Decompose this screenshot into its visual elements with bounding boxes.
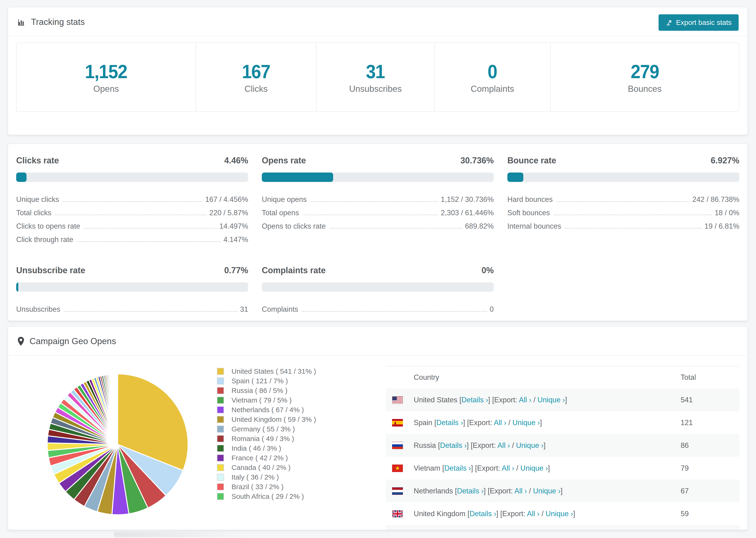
details-link[interactable]: Details ›	[457, 487, 484, 495]
export-unique-link[interactable]: Unique ›	[512, 418, 540, 427]
geo-table-row-united-kingdom: United Kingdom [Details ›] [Export: All …	[386, 502, 739, 525]
geo-opens-pie-chart[interactable]	[44, 365, 192, 520]
export-all-link[interactable]: All ›	[514, 487, 527, 495]
flag-cell	[386, 396, 414, 404]
export-unique-link[interactable]: Unique ›	[537, 396, 565, 404]
pie-slice-other-60[interactable]	[117, 374, 118, 444]
export-unique-link[interactable]: Unique ›	[546, 510, 573, 518]
country-name: United States	[414, 396, 458, 404]
rate-row-internal-bounces: Internal bounces19 / 6.81%	[507, 217, 739, 231]
export-all-link[interactable]: All ›	[498, 441, 510, 450]
rate-row-value: 2,303 / 61.446%	[441, 209, 494, 217]
dotted-leader	[557, 201, 689, 202]
legend-label: Netherlands ( 67 / 4% )	[232, 406, 304, 414]
country-cell: Netherlands [Details ›] [Export: All › /…	[414, 487, 681, 495]
rate-title: Clicks rate	[16, 156, 59, 166]
flag-ru-icon	[392, 442, 403, 449]
legend-item-romania: Romania ( 49 / 3% )	[217, 434, 386, 443]
rate-head-clicks-rate: Clicks rate4.46%	[16, 156, 248, 166]
export-all-link[interactable]: All ›	[494, 418, 506, 427]
legend-swatch	[217, 464, 224, 471]
tracking-stats-title: Tracking stats	[31, 17, 85, 27]
clicks-label: Clicks	[244, 84, 268, 94]
rate-row-unique-clicks: Unique clicks167 / 4.456%	[16, 190, 248, 204]
complaints-count: 0	[488, 61, 497, 82]
rate-section-unsubscribe-rate: Unsubscribe rate0.77%Unsubscribes31	[16, 265, 248, 314]
geo-table-row-netherlands: Netherlands [Details ›] [Export: All › /…	[386, 480, 739, 502]
dotted-leader	[565, 228, 702, 229]
export-basic-stats-button[interactable]: Export basic stats	[659, 14, 739, 31]
rate-row-value: 167 / 4.456%	[205, 195, 248, 204]
flag-vn-icon: ★	[392, 464, 403, 472]
rate-section-bounce-rate: Bounce rate6.927%Hard bounces242 / 86.73…	[507, 156, 739, 244]
rate-row-label: Click through rate	[16, 236, 73, 244]
rate-head-complaints-rate: Complaints rate0%	[262, 265, 494, 275]
details-link[interactable]: Details ›	[461, 396, 488, 404]
dotted-leader	[302, 311, 487, 312]
rate-row-label: Internal bounces	[507, 222, 561, 231]
legend-item-netherlands: Netherlands ( 67 / 4% )	[217, 405, 386, 414]
legend-swatch	[217, 426, 224, 433]
details-link[interactable]: Details ›	[436, 418, 463, 427]
flag-gb-icon	[392, 510, 403, 517]
export-unique-link[interactable]: Unique ›	[520, 464, 548, 472]
geo-table-header-row: CountryTotal	[386, 366, 739, 389]
geo-opens-table: CountryTotalUnited States [Details ›] [E…	[386, 366, 739, 530]
unsubscribes-count: 31	[366, 61, 385, 82]
total-cell: 121	[681, 418, 739, 427]
stat-complaints: 0 Complaints	[435, 43, 551, 112]
rate-row-complaints: Complaints0	[262, 300, 494, 314]
legend-item-south-africa: South Africa ( 29 / 2% )	[217, 492, 386, 501]
export-all-link[interactable]: All ›	[519, 396, 531, 404]
country-name: Russia	[414, 441, 436, 450]
rate-row-total-opens: Total opens2,303 / 61.446%	[262, 204, 494, 217]
rate-rows: Unique clicks167 / 4.456%Total clicks220…	[16, 190, 248, 244]
rate-row-label: Total clicks	[16, 209, 51, 217]
legend-label: Vietnam ( 79 / 5% )	[232, 396, 292, 404]
complaints-label: Complaints	[471, 84, 514, 94]
dotted-leader	[64, 311, 237, 312]
total-cell: 79	[681, 464, 739, 472]
rate-value: 30.736%	[460, 156, 494, 166]
rate-section-complaints-rate: Complaints rate0%Complaints0	[262, 265, 494, 314]
rate-progress-bar	[507, 173, 739, 182]
rate-row-clicks-to-opens-rate: Clicks to opens rate14.497%	[16, 217, 248, 231]
export-icon	[666, 19, 673, 26]
geo-table-row-germany: Germany [Details ›] [Export: All › / Uni…	[386, 525, 739, 530]
rate-row-label: Unique clicks	[16, 195, 59, 204]
legend-swatch	[217, 435, 224, 442]
legend-swatch	[217, 493, 224, 500]
legend-swatch	[217, 368, 224, 375]
rate-row-label: Hard bounces	[507, 195, 553, 204]
country-cell: United States [Details ›] [Export: All ›…	[414, 396, 681, 404]
details-link[interactable]: Details ›	[444, 464, 471, 472]
details-link[interactable]: Details ›	[469, 510, 496, 518]
export-unique-link[interactable]: Unique ›	[533, 487, 561, 495]
legend-label: South Africa ( 29 / 2% )	[232, 493, 304, 501]
legend-swatch	[217, 406, 224, 413]
geo-table-header-country: Country	[414, 373, 681, 382]
flag-es-icon	[392, 419, 403, 426]
legend-item-russia: Russia ( 86 / 5% )	[217, 386, 386, 395]
geo-table-header-total: Total	[681, 373, 739, 382]
export-unique-link[interactable]: Unique ›	[516, 441, 544, 450]
legend-swatch	[217, 416, 224, 423]
clicks-count: 167	[242, 61, 270, 82]
legend-label: Germany ( 55 / 3% )	[232, 425, 295, 433]
legend-swatch	[217, 483, 224, 490]
dotted-leader	[55, 215, 207, 215]
rate-row-hard-bounces: Hard bounces242 / 86.738%	[507, 190, 739, 204]
geo-table-row-russia: Russia [Details ›] [Export: All › / Uniq…	[386, 434, 739, 457]
rate-row-label: Opens to clicks rate	[262, 222, 326, 231]
total-cell: 59	[681, 510, 739, 518]
details-link[interactable]: Details ›	[440, 441, 467, 450]
rate-value: 0%	[482, 265, 494, 275]
export-all-link[interactable]: All ›	[527, 510, 539, 518]
export-all-link[interactable]: All ›	[502, 464, 514, 472]
country-cell: United Kingdom [Details ›] [Export: All …	[414, 510, 681, 518]
rate-progress-bar	[262, 173, 494, 182]
tracking-stats-card: Tracking stats Export basic stats 1,152 …	[8, 7, 748, 135]
legend-label: Canada ( 40 / 2% )	[232, 463, 291, 471]
flag-cell	[386, 419, 414, 426]
legend-swatch	[217, 455, 224, 461]
